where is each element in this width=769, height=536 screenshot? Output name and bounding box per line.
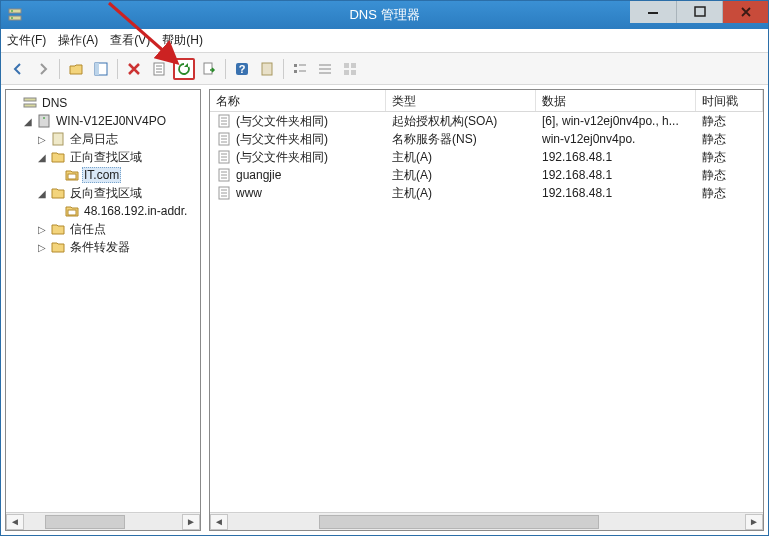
scroll-left-button[interactable]: ◄ [210,514,228,530]
svg-point-4 [11,17,13,19]
svg-point-31 [43,117,45,119]
tree-label: DNS [40,96,69,110]
help-button[interactable]: ? [231,58,253,80]
folder-icon [50,239,66,255]
svg-rect-26 [344,70,349,75]
record-type: 主机(A) [386,185,536,202]
scroll-right-button[interactable]: ► [745,514,763,530]
menu-help[interactable]: 帮助(H) [162,32,203,49]
tree-conditional-forwarders[interactable]: ▷ 条件转发器 [8,238,198,256]
folder-icon [50,185,66,201]
folder-icon [50,221,66,237]
record-data: win-v12ej0nv4po. [536,132,696,146]
svg-rect-28 [24,98,36,101]
expand-icon[interactable]: ▷ [36,242,48,253]
tree-label: 条件转发器 [68,239,132,256]
collapse-icon[interactable]: ◢ [36,152,48,163]
scroll-track[interactable] [228,514,745,530]
scroll-right-button[interactable]: ► [182,514,200,530]
minimize-button[interactable] [630,1,676,23]
window-controls [630,1,768,23]
up-folder-button[interactable] [65,58,87,80]
body-panes: DNS ◢ WIN-V12EJ0NV4PO [1,85,768,535]
tree-label: 全局日志 [68,131,120,148]
expand-icon[interactable]: ▷ [36,224,48,235]
svg-rect-33 [68,174,76,179]
show-hide-tree-button[interactable] [90,58,112,80]
back-button[interactable] [7,58,29,80]
col-header-name[interactable]: 名称 [210,90,386,111]
record-row[interactable]: (与父文件夹相同)主机(A)192.168.48.1静态 [210,148,763,166]
svg-rect-13 [204,63,212,74]
view-tiles-button[interactable] [339,58,361,80]
folder-icon [50,149,66,165]
list-hscroll[interactable]: ◄ ► [210,512,763,530]
col-header-data[interactable]: 数据 [536,90,696,111]
tree-server[interactable]: ◢ WIN-V12EJ0NV4PO [8,112,198,130]
record-row[interactable]: guangjie主机(A)192.168.48.1静态 [210,166,763,184]
maximize-button[interactable] [676,1,722,23]
delete-button[interactable] [123,58,145,80]
properties-button[interactable] [148,58,170,80]
tree-view[interactable]: DNS ◢ WIN-V12EJ0NV4PO [6,90,200,512]
svg-rect-8 [95,63,99,75]
zone-icon [64,203,80,219]
scroll-track[interactable] [24,514,182,530]
tree-label: 正向查找区域 [68,149,144,166]
menu-file[interactable]: 文件(F) [7,32,46,49]
record-timestamp: 静态 [696,149,763,166]
toolbar-separator [59,59,60,79]
record-type: 主机(A) [386,149,536,166]
scroll-thumb[interactable] [319,515,599,529]
record-name: guangjie [210,167,386,183]
list-header: 名称 类型 数据 时间戳 [210,90,763,112]
collapse-icon[interactable]: ◢ [22,116,34,127]
record-data: [6], win-v12ej0nv4po., h... [536,114,696,128]
dns-app-icon [7,7,23,23]
svg-rect-2 [9,16,21,20]
menu-view[interactable]: 查看(V) [110,32,150,49]
tree-reverse-zone[interactable]: ◢ 反向查找区域 [8,184,198,202]
menu-action[interactable]: 操作(A) [58,32,98,49]
collapse-icon[interactable]: ◢ [36,188,48,199]
tree-reverse-item[interactable]: 48.168.192.in-addr. [8,202,198,220]
svg-point-3 [11,10,13,12]
record-row[interactable]: (与父文件夹相同)起始授权机构(SOA)[6], win-v12ej0nv4po… [210,112,763,130]
tree-pane: DNS ◢ WIN-V12EJ0NV4PO [5,89,201,531]
view-details-button[interactable] [314,58,336,80]
record-row[interactable]: www主机(A)192.168.48.1静态 [210,184,763,202]
tree-zone-itcom[interactable]: IT.com [8,166,198,184]
scroll-thumb[interactable] [45,515,125,529]
forward-button[interactable] [32,58,54,80]
tree-label: WIN-V12EJ0NV4PO [54,114,168,128]
record-data: 192.168.48.1 [536,150,696,164]
toolbar-separator [225,59,226,79]
expand-icon[interactable]: ▷ [36,134,48,145]
record-timestamp: 静态 [696,185,763,202]
server-icon [36,113,52,129]
record-icon [216,185,232,201]
tree-label: 反向查找区域 [68,185,144,202]
col-header-type[interactable]: 类型 [386,90,536,111]
list-body[interactable]: (与父文件夹相同)起始授权机构(SOA)[6], win-v12ej0nv4po… [210,112,763,512]
scroll-left-button[interactable]: ◄ [6,514,24,530]
close-button[interactable] [722,1,768,23]
svg-rect-17 [294,64,297,67]
tree-trust-points[interactable]: ▷ 信任点 [8,220,198,238]
tree-global-log[interactable]: ▷ 全局日志 [8,130,198,148]
tree-root-dns[interactable]: DNS [8,94,198,112]
col-header-timestamp[interactable]: 时间戳 [696,90,763,111]
record-row[interactable]: (与父文件夹相同)名称服务器(NS)win-v12ej0nv4po.静态 [210,130,763,148]
record-name: (与父文件夹相同) [210,149,386,166]
tree-label: 信任点 [68,221,108,238]
filter-button[interactable] [256,58,278,80]
tree-hscroll[interactable]: ◄ ► [6,512,200,530]
record-timestamp: 静态 [696,113,763,130]
tree-forward-zone[interactable]: ◢ 正向查找区域 [8,148,198,166]
dns-icon [22,95,38,111]
record-icon [216,113,232,129]
list-pane: 名称 类型 数据 时间戳 (与父文件夹相同)起始授权机构(SOA)[6], wi… [209,89,764,531]
refresh-button[interactable] [173,58,195,80]
export-button[interactable] [198,58,220,80]
view-list-button[interactable] [289,58,311,80]
